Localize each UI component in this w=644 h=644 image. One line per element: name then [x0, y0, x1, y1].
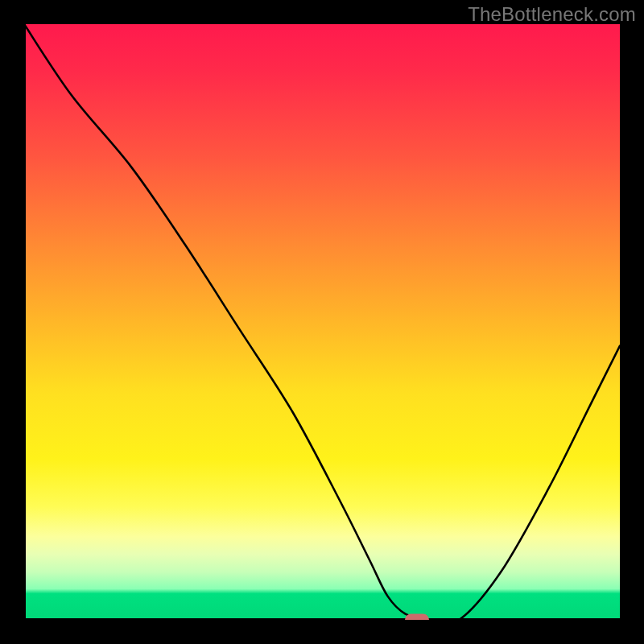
optimal-point-marker — [405, 614, 429, 621]
plot-area — [24, 24, 620, 620]
watermark-text: TheBottleneck.com — [468, 3, 636, 26]
bottleneck-curve-line — [24, 24, 620, 620]
chart-container: TheBottleneck.com — [0, 0, 644, 644]
curve-svg — [24, 24, 620, 620]
